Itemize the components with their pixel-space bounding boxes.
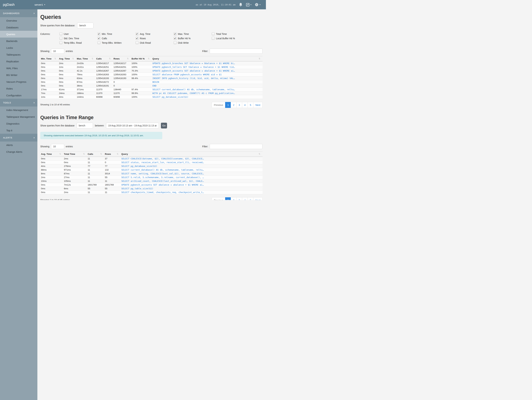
query-link[interactable]: INSERT INTO pgbench_history (tid, bid, a… xyxy=(152,76,263,80)
sidebar-item-tablespace-management[interactable]: Tablespace Management xyxy=(0,113,37,120)
database-input[interactable] xyxy=(77,123,93,128)
pagination-page-2[interactable]: 2 xyxy=(231,197,236,200)
sidebar-item-queries[interactable]: Queries xyxy=(0,31,37,38)
query-link[interactable]: SELECT COALESCE(datname, $2), COALESCE(u… xyxy=(121,157,263,161)
sort-icon[interactable]: ⇅ xyxy=(59,153,61,155)
sidebar-item-wal-files[interactable]: WAL Files xyxy=(0,65,37,71)
pagination-page-3[interactable]: 3 xyxy=(236,102,242,108)
pagination-page-3[interactable]: 3 xyxy=(236,197,242,200)
sidebar-section-alerts[interactable]: ALERTS› xyxy=(0,134,37,141)
sidebar-item-locks[interactable]: Locks xyxy=(0,44,37,51)
column-checkbox-calls[interactable]: ✔Calls xyxy=(98,37,136,40)
checkbox-box[interactable] xyxy=(59,32,62,35)
column-header-query[interactable]: ⇅Query xyxy=(121,152,263,157)
query-link[interactable]: SELECT current_database() AS db, scheman… xyxy=(152,88,263,91)
sort-icon[interactable]: ⇅ xyxy=(83,153,85,155)
column-checkbox-local-buffer-hit[interactable]: Local Buffer Hit % xyxy=(212,37,250,40)
sort-icon[interactable]: ⇅ xyxy=(148,57,150,60)
pagination-page-5[interactable]: 5 xyxy=(247,197,253,200)
filter-input[interactable] xyxy=(210,49,263,54)
sort-icon[interactable]: ⇅ xyxy=(127,57,129,60)
settings-menu-button[interactable]: ▾ xyxy=(255,3,260,7)
query-link[interactable]: SELECT checkpoints_timed, checkpoints_re… xyxy=(121,190,263,194)
query-link[interactable]: SELECT current_database() AS db, scheman… xyxy=(121,168,263,172)
sidebar-section-tools[interactable]: TOOLS› xyxy=(0,99,37,107)
pagination-next[interactable]: Next xyxy=(253,197,263,200)
sort-icon[interactable]: ⇅ xyxy=(54,57,56,60)
pagination-page-1[interactable]: 1 xyxy=(225,197,231,200)
sidebar-item-index-management[interactable]: Index Management xyxy=(0,107,37,113)
pagination-page-4[interactable]: 4 xyxy=(242,102,248,108)
column-checkbox-min-time[interactable]: ✔Min. Time xyxy=(98,32,136,35)
date-range-input[interactable] xyxy=(106,123,159,128)
database-input[interactable] xyxy=(77,23,94,28)
pagination-previous[interactable]: Previous xyxy=(212,102,225,108)
column-header-avg-time[interactable]: ⇅Avg. Time xyxy=(40,152,63,157)
sidebar-item-alerts[interactable]: Alerts xyxy=(0,141,37,148)
query-link[interactable]: UPDATE pgbench_accounts SET abalance = a… xyxy=(152,69,263,73)
sidebar-item-tablespaces[interactable]: Tablespaces xyxy=(0,51,37,58)
brand-logo[interactable]: pgDash xyxy=(0,3,34,7)
column-header-max-time[interactable]: ⇅Max. Time xyxy=(76,56,95,62)
checkbox-box[interactable]: ✔ xyxy=(174,37,177,40)
pagination-next[interactable]: Next xyxy=(253,102,263,108)
column-checkbox-std-dev-time[interactable]: Std. Dev. Time xyxy=(59,37,98,40)
sidebar-item-diagnostics[interactable]: Diagnostics xyxy=(0,120,37,127)
sort-icon[interactable]: ⇅ xyxy=(72,57,74,60)
sidebar-item-overview[interactable]: Overview xyxy=(0,17,37,24)
checkbox-box[interactable]: ✔ xyxy=(174,32,177,35)
column-header-calls[interactable]: ⇅Calls xyxy=(95,56,113,62)
sidebar-item-top-k[interactable]: Top k xyxy=(0,127,37,134)
checkbox-box[interactable] xyxy=(98,41,101,44)
query-link[interactable]: SELECT S.relid, S.schemaname, S.relname,… xyxy=(121,176,263,179)
column-checkbox-avg-time[interactable]: ✔Avg. Time xyxy=(136,32,174,35)
query-link[interactable]: SELECT pg_database_size($1) xyxy=(121,164,263,168)
pagination-page-2[interactable]: 2 xyxy=(231,102,236,108)
query-link[interactable]: UPDATE pgbench_accounts SET abalance = a… xyxy=(121,183,263,187)
sort-icon[interactable]: ⇅ xyxy=(259,57,260,60)
notifications-button[interactable] xyxy=(239,3,242,7)
sort-icon[interactable]: ⇅ xyxy=(109,57,111,60)
checkbox-box[interactable] xyxy=(212,32,215,35)
column-checkbox-temp-blks-written[interactable]: Temp Blks. Written xyxy=(98,41,136,44)
column-checkbox-max-time[interactable]: ✔Max. Time xyxy=(174,32,212,35)
column-checkbox-disk-read[interactable]: Disk Read xyxy=(136,41,174,44)
query-link[interactable]: WITH pc AS (SELECT pubname, COUNT(*) AS … xyxy=(152,91,263,95)
checkbox-box[interactable] xyxy=(174,41,177,44)
sidebar-item-replication[interactable]: Replication xyxy=(0,58,37,65)
sort-icon[interactable]: ⇅ xyxy=(117,153,118,155)
pagination-page-1[interactable]: 1 xyxy=(225,102,231,108)
query-link[interactable]: SELECT pg_database_size($1) xyxy=(152,95,263,99)
column-checkbox-total-time[interactable]: Total Time xyxy=(212,32,250,35)
query-link[interactable]: SELECT name, setting, COALESCE(boot_val,… xyxy=(121,172,263,176)
sort-icon[interactable]: ⇅ xyxy=(100,153,102,155)
sidebar-item-bg-writer[interactable]: BG Writer xyxy=(0,71,37,78)
query-link[interactable]: UPDATE pgbench_branches SET bbalance = b… xyxy=(152,61,263,65)
entries-input[interactable] xyxy=(51,144,64,149)
column-header-buffer-hit[interactable]: ⇅Buffer Hit % xyxy=(131,56,152,62)
entries-input[interactable] xyxy=(51,49,64,54)
sidebar-item-configuration[interactable]: Configuration xyxy=(0,92,37,99)
column-header-rows[interactable]: ⇅Rows xyxy=(113,56,131,62)
server-selector[interactable]: server1 ▾ xyxy=(34,3,45,6)
query-link[interactable]: SELECT abalance FROM pgbench_accounts WH… xyxy=(152,73,263,76)
sidebar-item-databases[interactable]: Databases xyxy=(0,24,37,31)
checkbox-box[interactable] xyxy=(59,41,62,44)
column-checkbox-user[interactable]: User xyxy=(59,32,98,35)
query-link[interactable]: SELECT pg_table_size($1) xyxy=(121,187,263,190)
column-header-rows[interactable]: ⇅Rows xyxy=(104,152,121,157)
column-checkbox-rows[interactable]: ✔Rows xyxy=(136,37,174,40)
query-link[interactable]: SELECT status, receive_start_lsn, receiv… xyxy=(121,161,263,164)
checkbox-box[interactable] xyxy=(136,41,139,44)
pagination-page-4[interactable]: 4 xyxy=(242,197,248,200)
column-header-total-time[interactable]: ⇅Total Time xyxy=(63,152,87,157)
query-link[interactable]: SELECT archived_count, COALESCE(last_arc… xyxy=(121,179,263,183)
charts-menu-button[interactable]: ▾ xyxy=(246,3,252,7)
query-link[interactable]: BEGIN xyxy=(152,80,263,84)
sidebar-item-change-alerts[interactable]: Change Alerts xyxy=(0,148,37,155)
sidebar-section-dashboards[interactable]: DASHBOARDS› xyxy=(0,9,37,17)
column-checkbox-buffer-hit[interactable]: ✔Buffer Hit % xyxy=(174,37,212,40)
checkbox-box[interactable]: ✔ xyxy=(136,37,139,40)
column-header-min-time[interactable]: ⇅Min. Time xyxy=(40,56,58,62)
column-header-avg-time[interactable]: ⇅Avg. Time xyxy=(58,56,76,62)
